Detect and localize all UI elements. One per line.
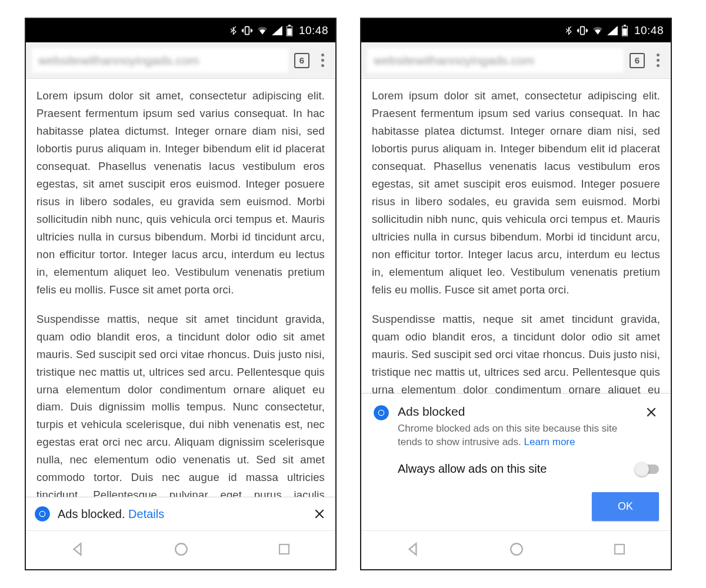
cell-signal-icon: [607, 26, 618, 35]
phone-right: 10:48 websitewithannoyingads.com 6 Lorem…: [360, 18, 672, 570]
bluetooth-icon: [229, 24, 238, 37]
svg-point-7: [175, 543, 187, 555]
url-bar[interactable]: websitewithannoyingads.com: [31, 47, 289, 74]
browser-toolbar: websitewithannoyingads.com 6: [361, 42, 671, 79]
tab-switcher[interactable]: 6: [294, 53, 309, 68]
battery-icon: [621, 25, 628, 36]
svg-point-6: [40, 512, 45, 516]
svg-point-15: [379, 410, 384, 415]
body-paragraph: Suspendisse mattis, neque sit amet tinci…: [36, 310, 325, 497]
panel-title: Ads blocked: [398, 405, 635, 419]
body-paragraph: Lorem ipsum dolor sit amet, consectetur …: [36, 87, 325, 299]
svg-rect-17: [615, 544, 624, 554]
phone-left: 10:48 websitewithannoyingads.com 6 Lorem…: [25, 18, 337, 570]
svg-rect-8: [279, 544, 289, 554]
allow-ads-toggle[interactable]: [637, 465, 659, 474]
svg-rect-9: [581, 26, 585, 34]
url-bar[interactable]: websitewithannoyingads.com: [366, 47, 625, 74]
svg-rect-12: [622, 28, 627, 35]
bluetooth-icon: [564, 24, 573, 37]
battery-icon: [286, 25, 293, 36]
android-statusbar: 10:48: [361, 19, 671, 42]
infobar-message: Ads blocked. Details: [58, 507, 305, 521]
svg-point-16: [511, 543, 522, 555]
cell-signal-icon: [272, 26, 282, 35]
svg-rect-0: [245, 26, 249, 34]
android-statusbar: 10:48: [26, 19, 335, 42]
wifi-icon: [592, 26, 604, 35]
svg-rect-11: [624, 25, 626, 26]
body-paragraph: Lorem ipsum dolor sit amet, consectetur …: [372, 87, 660, 299]
allow-ads-toggle-label: Always allow ads on this site: [398, 462, 637, 476]
close-icon[interactable]: [644, 405, 659, 420]
overflow-menu-icon[interactable]: [314, 54, 331, 67]
chrome-icon: [373, 405, 389, 421]
status-clock: 10:48: [299, 24, 328, 37]
status-clock: 10:48: [634, 24, 664, 37]
overflow-menu-icon[interactable]: [650, 54, 666, 67]
browser-toolbar: websitewithannoyingads.com 6: [26, 42, 335, 79]
home-icon[interactable]: [509, 542, 524, 559]
wifi-icon: [257, 26, 268, 35]
details-link[interactable]: Details: [128, 507, 164, 520]
svg-rect-3: [287, 28, 291, 35]
chrome-icon: [34, 506, 51, 522]
recents-icon[interactable]: [277, 542, 291, 559]
vibrate-icon: [241, 25, 253, 36]
ok-button[interactable]: OK: [592, 492, 659, 521]
tab-switcher[interactable]: 6: [630, 53, 645, 68]
panel-description: Chrome blocked ads on this site because …: [398, 422, 633, 449]
vibrate-icon: [577, 25, 588, 36]
close-icon[interactable]: [312, 506, 327, 522]
page-content: Lorem ipsum dolor sit amet, consectetur …: [26, 79, 335, 497]
android-navbar: [361, 530, 671, 569]
svg-rect-2: [288, 25, 291, 26]
recents-icon[interactable]: [612, 542, 627, 559]
ads-blocked-permission-panel: Ads blocked Chrome blocked ads on this s…: [361, 393, 671, 530]
ads-blocked-infobar: Ads blocked. Details: [26, 497, 335, 530]
android-navbar: [26, 530, 335, 569]
home-icon[interactable]: [174, 542, 189, 559]
learn-more-link[interactable]: Learn more: [524, 436, 575, 447]
back-icon[interactable]: [405, 542, 421, 559]
body-paragraph: Suspendisse mattis, neque sit amet tinci…: [372, 310, 660, 394]
page-content: Lorem ipsum dolor sit amet, consectetur …: [361, 79, 671, 393]
back-icon[interactable]: [70, 542, 85, 559]
